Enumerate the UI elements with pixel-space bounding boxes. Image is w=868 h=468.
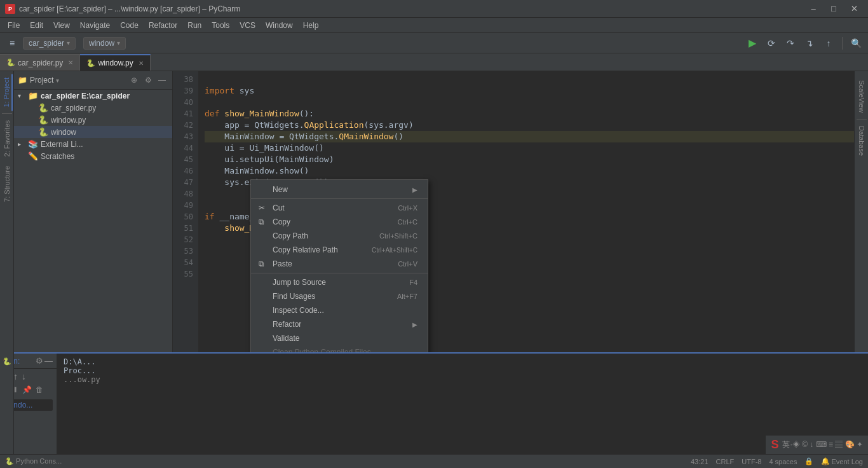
run-button[interactable]: ▶ [744, 35, 761, 52]
project-panel-tab[interactable]: 1: Project [1, 74, 13, 111]
run-file-ref: ...ow.py [64, 375, 862, 384]
cursor-position: 43:21 [691, 458, 709, 465]
line-ending[interactable]: CRLF [716, 458, 735, 465]
tab-close-icon[interactable]: ✕ [68, 59, 73, 66]
project-panel-title: 📁 Project ▾ [18, 76, 59, 85]
project-panel: 📁 Project ▾ ⊕ ⚙ — ▾ 📁 car_spider E:\car_… [14, 71, 173, 352]
tree-external-libs[interactable]: ▸ 📚 External Li... [14, 138, 172, 150]
run-panel: Run: ⚙ — ▶ ↑ ↓ ■ ⏸ 📌 🗑 windo... D:\A [0, 352, 868, 454]
tree-root-label: car_spider E:\car_spider [41, 92, 130, 100]
cm-copy[interactable]: ⧉ Copy Ctrl+C [251, 215, 428, 229]
cm-jump-to-source[interactable]: Jump to Source F4 [251, 275, 428, 289]
menu-run[interactable]: Run [182, 20, 207, 31]
run-trash-icon[interactable]: 🗑 [34, 384, 44, 396]
editor-area[interactable]: 38 39 40 41 42 43 44 45 46 47 48 49 50 5… [173, 71, 868, 352]
cm-copy-relative-path[interactable]: Copy Relative Path Ctrl+Alt+Shift+C [251, 243, 428, 257]
tab-label: car_spider.py [18, 59, 63, 67]
maximize-button[interactable]: □ [825, 3, 843, 15]
minimize-button[interactable]: – [804, 3, 822, 15]
python-console-label[interactable]: 🐍 Python Cons... [5, 457, 62, 465]
structure-panel-tab[interactable]: 7: Structure [2, 162, 12, 206]
run-config-selector[interactable]: car_spider ▾ [23, 37, 76, 50]
status-bar: 🐍 Python Cons... 43:21 CRLF UTF-8 4 spac… [0, 454, 868, 468]
menu-view[interactable]: View [48, 20, 75, 31]
database-tab[interactable]: Database [857, 122, 867, 160]
tab-label-active: window.py [98, 59, 133, 67]
cm-find-usages[interactable]: Find Usages Alt+F7 [251, 289, 428, 303]
line-num-52: 52 [178, 234, 193, 245]
search-everywhere-button[interactable]: 🔍 [848, 35, 864, 52]
cm-copy-label: Copy [273, 217, 398, 226]
status-right: 43:21 CRLF UTF-8 4 spaces 🔒 🔔 Event Log [691, 457, 863, 465]
tree-car-spider-py[interactable]: 🐍 car_spider.py [14, 102, 172, 114]
close-button[interactable]: ✕ [845, 3, 863, 15]
app-icon: P [5, 4, 15, 14]
left-panel-strip: 1: Project 2: Favorites 7: Structure [0, 71, 14, 352]
step-out-button[interactable]: ↑ [820, 35, 837, 52]
run-output: D:\A... Proc... ...ow.py [57, 354, 868, 454]
menu-help[interactable]: Help [298, 20, 324, 31]
favorites-panel-tab[interactable]: 2: Favorites [2, 116, 12, 160]
reload-button[interactable]: ⟳ [763, 35, 780, 52]
menu-edit[interactable]: Edit [25, 20, 48, 31]
cm-sep2 [251, 273, 428, 273]
line-num-48: 48 [178, 188, 193, 200]
run-pin-icon[interactable]: 📌 [21, 384, 33, 396]
side-separator [2, 113, 12, 114]
cm-inspect-code[interactable]: Inspect Code... [251, 303, 428, 317]
encoding[interactable]: UTF-8 [742, 458, 761, 465]
menu-window[interactable]: Window [261, 20, 298, 31]
expand-panel-button[interactable]: — [156, 74, 168, 86]
tree-arrow-root: ▾ [18, 92, 25, 99]
status-left: 🐍 Python Cons... [5, 457, 62, 465]
tree-window-selected[interactable]: 🐍 window [14, 126, 172, 138]
cm-find-usages-label: Find Usages [273, 292, 397, 301]
menu-tools[interactable]: Tools [207, 20, 234, 31]
indent-info[interactable]: 4 spaces [769, 458, 797, 465]
cm-validate[interactable]: Validate [251, 331, 428, 345]
bottom-python-console-tab[interactable]: 🐍 [3, 357, 11, 366]
line-numbers: 38 39 40 41 42 43 44 45 46 47 48 49 50 5… [173, 71, 198, 352]
python-icon2: 🐍 [38, 115, 48, 125]
cm-inspect-code-label: Inspect Code... [273, 306, 417, 315]
cm-paste[interactable]: ⧉ Paste Ctrl+V [251, 257, 428, 271]
menu-vcs[interactable]: VCS [234, 20, 261, 31]
cm-find-shortcut: Alt+F7 [397, 292, 417, 300]
collapse-all-button[interactable]: ⊕ [128, 74, 140, 86]
title-bar: P car_spider [E:\car_spider] – ...\windo… [0, 0, 868, 18]
cm-copy-path[interactable]: Copy Path Ctrl+Shift+C [251, 229, 428, 243]
tab-car-spider-py[interactable]: 🐍 car_spider.py ✕ [0, 54, 80, 71]
cm-new[interactable]: New ▶ [251, 182, 428, 196]
code-line-41: def show_MainWindow(): [205, 108, 862, 120]
toolbar-separator [842, 37, 843, 50]
line-num-39: 39 [178, 85, 193, 97]
menu-refactor[interactable]: Refactor [144, 20, 182, 31]
tree-window-py[interactable]: 🐍 window.py [14, 114, 172, 126]
project-expand-btn[interactable]: ≡ [4, 35, 20, 52]
menu-code[interactable]: Code [115, 20, 144, 31]
tab-window-py[interactable]: 🐍 window.py ✕ [80, 54, 150, 71]
run-down-icon[interactable]: ↓ [20, 370, 27, 383]
run-settings-icon[interactable]: ⚙ [36, 356, 43, 366]
step-into-button[interactable]: ↴ [801, 35, 818, 52]
gear-icon[interactable]: ⚙ [142, 74, 154, 86]
event-log-label[interactable]: 🔔 Event Log [821, 457, 863, 465]
tree-root[interactable]: ▾ 📁 car_spider E:\car_spider [14, 90, 172, 102]
scale-view-tab[interactable]: ScaleView [857, 76, 867, 116]
cm-refactor-arrow: ▶ [412, 321, 417, 328]
line-num-49: 49 [178, 200, 193, 211]
cm-copy-rel-shortcut: Ctrl+Alt+Shift+C [372, 247, 417, 254]
code-line-45: ui.setupUi(MainWindow) [205, 154, 862, 165]
line-num-50: 50 [178, 211, 193, 223]
cm-refactor[interactable]: Refactor ▶ [251, 317, 428, 331]
run-close-icon[interactable]: — [44, 356, 53, 366]
tree-scratches[interactable]: ✏️ Scratches [14, 150, 172, 162]
run-config-file[interactable]: window ▾ [83, 37, 126, 50]
menu-file[interactable]: File [3, 20, 25, 31]
tab-close-active-icon[interactable]: ✕ [139, 60, 144, 67]
line-num-53: 53 [178, 245, 193, 257]
cm-cut[interactable]: ✂ Cut Ctrl+X [251, 201, 428, 215]
step-over-button[interactable]: ↷ [782, 35, 799, 52]
window-controls: – □ ✕ [804, 3, 863, 15]
menu-navigate[interactable]: Navigate [75, 20, 115, 31]
